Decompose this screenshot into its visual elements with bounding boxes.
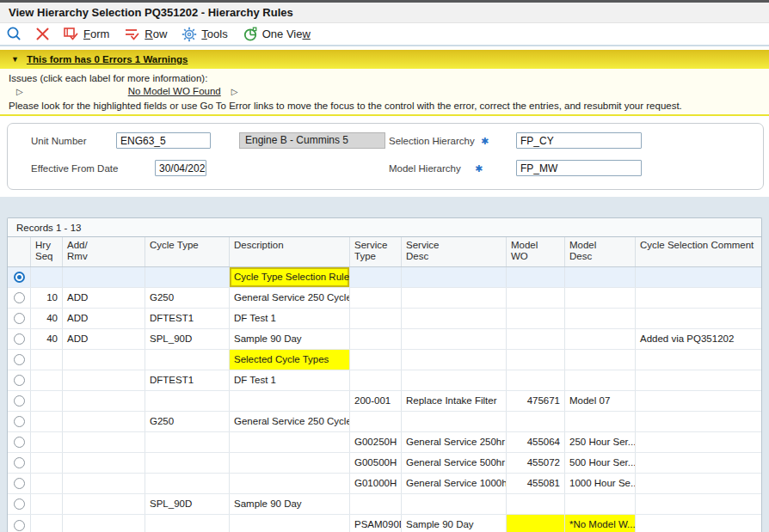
cell-add_rmv [63, 432, 145, 452]
warning-summary[interactable]: This form has 0 Errors 1 Warnings [27, 54, 188, 64]
cell-comment [636, 432, 761, 452]
grid-rows: Cycle Type Selection Rules10ADDG250Gener… [8, 267, 761, 532]
row-radio[interactable] [14, 292, 25, 303]
cell-add_rmv [63, 474, 145, 493]
title-bar: View Hierarchy Selection PQ351202 - Hier… [0, 3, 769, 23]
cell-select [8, 432, 31, 452]
cell-comment [636, 453, 761, 473]
row-radio[interactable] [14, 375, 25, 386]
cell-select [8, 267, 31, 287]
cell-service_type: 200-001 [350, 391, 402, 411]
row-radio[interactable] [14, 520, 25, 531]
cell-hry_seq: 10 [31, 288, 63, 308]
cell-comment [636, 288, 761, 308]
cell-cycle_type: SPL_90D [145, 329, 230, 349]
page-title: View Hierarchy Selection PQ351202 - Hier… [9, 6, 293, 19]
cell-description: Sample 90 Day [230, 494, 350, 514]
close-button[interactable] [35, 27, 50, 41]
cell-model_desc: *No Model W... [565, 515, 636, 532]
row-radio[interactable] [14, 416, 25, 427]
column-header-add_rmv: Add/ Rmv [63, 237, 145, 266]
issue-prev-arrow-icon[interactable]: ▷ [16, 87, 23, 96]
warning-banner-body: Issues (click each label for more inform… [0, 69, 769, 114]
one-view-label: One View [262, 28, 311, 40]
cell-select [8, 412, 31, 431]
cell-comment [636, 494, 761, 514]
row-radio[interactable] [14, 478, 25, 489]
table-row: Cycle Type Selection Rules [8, 267, 761, 288]
row-radio[interactable] [14, 457, 25, 468]
table-row: 200-001Replace Intake Filter475671Model … [8, 391, 761, 412]
cell-service_desc [402, 309, 507, 328]
header-form-section: Unit Number Engine B - Cummins 5 Selecti… [0, 123, 769, 197]
cell-service_type [350, 494, 402, 514]
hierarchy-rules-grid: Hry SeqAdd/ RmvCycle TypeDescriptionServ… [7, 236, 762, 532]
cell-hry_seq [31, 350, 63, 370]
cell-model_wo [507, 329, 565, 349]
row-radio[interactable] [14, 354, 25, 365]
row-radio[interactable] [14, 333, 25, 345]
cell-add_rmv [63, 453, 145, 473]
cell-cycle_type [145, 474, 230, 493]
selection-hierarchy-label: Selection Hierarchy [389, 136, 475, 146]
cell-comment [636, 350, 761, 370]
cell-service_desc [402, 350, 507, 370]
header-form-box: Unit Number Engine B - Cummins 5 Selecti… [7, 123, 764, 190]
cell-description [230, 453, 350, 473]
warning-banner-header[interactable]: ▼ This form has 0 Errors 1 Warnings [0, 50, 769, 69]
cell-add_rmv [63, 267, 145, 287]
row-radio[interactable] [14, 498, 25, 510]
cell-cycle_type [145, 267, 230, 287]
selection-hierarchy-input[interactable] [516, 132, 642, 149]
cell-add_rmv [63, 370, 145, 390]
column-header-service_desc: Service Desc [402, 237, 507, 266]
cell-cycle_type: G250 [145, 412, 230, 431]
cell-select [8, 329, 31, 349]
cell-cycle_type: DFTEST1 [145, 370, 230, 390]
cell-model_desc [565, 370, 636, 390]
records-count-label: Records 1 - 13 [16, 223, 81, 233]
issue-link[interactable]: No Model WO Found [128, 86, 221, 96]
cell-select [8, 309, 31, 328]
cell-comment [636, 391, 761, 411]
row-radio[interactable] [14, 313, 25, 324]
row-radio[interactable] [14, 437, 25, 448]
tools-menu-button[interactable]: Tools [181, 27, 227, 42]
cell-add_rmv: ADD [63, 329, 145, 349]
search-button[interactable] [6, 26, 22, 42]
cell-service_type [350, 267, 402, 287]
model-hierarchy-input[interactable] [516, 160, 642, 176]
cell-model_wo [507, 350, 565, 370]
cell-comment [636, 474, 761, 493]
cell-comment [636, 515, 761, 532]
cell-cycle_type: SPL_90D [145, 494, 230, 514]
warning-banner: ▼ This form has 0 Errors 1 Warnings Issu… [0, 50, 769, 116]
cell-service_type [350, 288, 402, 308]
cell-service_type: PSAM090D [350, 515, 402, 532]
row-radio[interactable] [14, 395, 25, 407]
row-menu-button[interactable]: Row [124, 27, 167, 41]
cell-model_wo: 455064 [507, 432, 565, 452]
cell-service_desc [402, 412, 507, 431]
cell-model_wo [507, 370, 565, 390]
table-row: DFTEST1DF Test 1 [8, 370, 761, 391]
unit-number-input[interactable] [116, 132, 211, 149]
gear-icon [181, 27, 197, 42]
toolbar: Form Row Tools One View [0, 23, 769, 46]
effective-from-date-input[interactable] [155, 160, 206, 176]
cell-select [8, 288, 31, 308]
cell-model_wo: 475671 [507, 391, 565, 411]
cell-description: General Service 250 Cycle [230, 288, 350, 308]
cell-service_type: G01000H [350, 474, 402, 493]
column-header-comment: Cycle Selection Comment [636, 237, 761, 266]
form-menu-button[interactable]: Form [63, 27, 109, 41]
one-view-button[interactable]: One View [243, 27, 311, 42]
cell-model_wo [507, 288, 565, 308]
row-radio-selected[interactable] [14, 272, 25, 283]
issue-next-arrow-icon[interactable]: ▷ [231, 87, 238, 96]
cell-add_rmv [63, 350, 145, 370]
cell-hry_seq [31, 494, 63, 514]
cell-model_desc [565, 494, 636, 514]
cell-service_type [350, 329, 402, 349]
column-header-model_desc: Model Desc [565, 237, 636, 266]
